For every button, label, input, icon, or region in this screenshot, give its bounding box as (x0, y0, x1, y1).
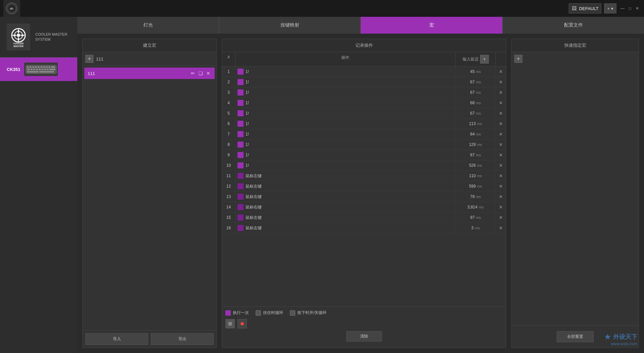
brand-area: COOLER MASTER COOLER MASTER SYSTEM (0, 17, 77, 57)
key-type-icon (238, 79, 244, 85)
delete-row-button[interactable]: ✕ (499, 142, 503, 147)
edit-macro-button[interactable]: ✏ (190, 70, 196, 76)
add-quick-button[interactable]: + (514, 55, 522, 63)
delete-row-button[interactable]: ✕ (499, 152, 503, 158)
cell-num: 11 (222, 171, 235, 181)
key-type-icon (238, 142, 244, 148)
cell-delete: ✕ (496, 160, 506, 170)
chevron-down-icon: ▾ (611, 6, 613, 11)
delete-row-button[interactable]: ✕ (499, 215, 503, 220)
option-toggle-loop[interactable]: 按下时开/关循环 (290, 310, 327, 316)
main-layout: COOLER MASTER COOLER MASTER SYSTEM CK351 (0, 17, 644, 353)
delay-value: 526 ms (469, 163, 482, 168)
delete-row-button[interactable]: ✕ (499, 194, 503, 199)
record-row: 9 1! 87 ms ✕ (222, 150, 506, 160)
svg-rect-18 (46, 66, 48, 68)
action-label: 1! (246, 132, 249, 136)
profile-image-icon: 🖼 (572, 6, 576, 11)
cell-num: 15 (222, 212, 235, 223)
record-dot-button[interactable] (238, 319, 247, 328)
record-stop-button[interactable] (225, 319, 235, 328)
delete-row-button[interactable]: ✕ (499, 204, 503, 210)
key-type-icon (238, 173, 244, 179)
tab-keymapping[interactable]: 按键映射 (219, 17, 361, 34)
import-button[interactable]: 导入 (85, 333, 148, 345)
device-item-ck351[interactable]: CK351 (0, 57, 77, 81)
cell-num: 2 (222, 77, 235, 87)
delete-row-button[interactable]: ✕ (499, 131, 503, 137)
delete-row-button[interactable]: ✕ (499, 100, 503, 106)
cell-delay: 68 ms (456, 98, 496, 108)
delete-row-button[interactable]: ✕ (499, 121, 503, 126)
macro-list: 111 ✏ ❑ ✕ (83, 66, 216, 330)
delete-row-button[interactable]: ✕ (499, 69, 503, 74)
clear-button[interactable]: 清除 (346, 331, 382, 342)
copy-macro-button[interactable]: ❑ (198, 70, 204, 76)
close-button[interactable]: ✕ (634, 5, 641, 12)
key-type-icon (238, 121, 244, 127)
delete-macro-button[interactable]: ✕ (205, 70, 211, 76)
cell-action: 鼠标左键 (235, 181, 456, 191)
option-once-label: 执行一次 (233, 310, 249, 316)
delete-row-button[interactable]: ✕ (499, 225, 503, 231)
option-hold-loop[interactable]: 挂住时循环 (256, 310, 283, 316)
record-row: 7 1! 84 ms ✕ (222, 129, 506, 140)
cell-num: 10 (222, 160, 235, 170)
delete-row-button[interactable]: ✕ (499, 173, 503, 179)
cell-action: 鼠标左键 (235, 223, 456, 233)
quick-assign-area (512, 66, 639, 325)
record-row: 12 鼠标左键 599 ms ✕ (222, 181, 506, 192)
delete-row-button[interactable]: ✕ (499, 79, 503, 85)
key-type-icon (238, 225, 244, 231)
action-label: 鼠标左键 (246, 225, 262, 231)
option-once[interactable]: 执行一次 (225, 310, 249, 316)
profile-add-button[interactable]: + ▾ (604, 3, 616, 13)
cell-delay: 87 ms (456, 150, 496, 160)
delay-dropdown[interactable]: ▾ (480, 55, 489, 64)
minimize-button[interactable]: — (619, 5, 626, 12)
quick-assign-toolbar: + (512, 52, 639, 66)
delete-row-button[interactable]: ✕ (499, 111, 503, 116)
record-row: 6 1! 113 ms ✕ (222, 119, 506, 129)
delete-row-button[interactable]: ✕ (499, 184, 503, 189)
watermark-top: ★ 外设天下 (604, 332, 637, 342)
svg-rect-29 (49, 69, 55, 70)
cell-delete: ✕ (496, 202, 506, 212)
delete-row-button[interactable]: ✕ (499, 163, 503, 168)
plus-icon: + (607, 6, 610, 11)
add-macro-button[interactable]: + (85, 55, 93, 63)
cell-action: 1! (235, 119, 456, 129)
svg-text:MASTER: MASTER (13, 45, 24, 47)
svg-rect-15 (38, 66, 40, 68)
macro-list-item[interactable]: 111 ✏ ❑ ✕ (84, 68, 215, 79)
tab-lighting[interactable]: 灯光 (77, 17, 219, 34)
profile-selector[interactable]: 🖼 DEFAULT (569, 3, 602, 13)
export-button[interactable]: 导出 (151, 333, 214, 345)
maximize-button[interactable]: □ (627, 5, 633, 12)
delay-number: 599 (469, 184, 476, 189)
cell-delete: ✕ (496, 98, 506, 108)
delay-value: 84 ms (470, 132, 481, 136)
record-row: 13 鼠标右键 78 ms ✕ (222, 192, 506, 202)
action-label: 1! (246, 121, 249, 126)
device-image (24, 63, 58, 76)
cell-delete: ✕ (496, 140, 506, 150)
macro-create-header: 建立宏 (83, 39, 216, 52)
cell-delay: 110 ms (456, 171, 496, 181)
delete-row-button[interactable]: ✕ (499, 90, 503, 95)
record-rows: 1 1! 45 ms ✕ 2 1! 67 ms ✕ 3 (222, 67, 506, 233)
tab-macro[interactable]: 宏 (361, 17, 503, 34)
macro-item-actions: ✏ ❑ ✕ (190, 70, 211, 76)
cell-delay: 3,814 ms (456, 202, 496, 212)
tab-profile[interactable]: 配置文件 (503, 17, 644, 34)
reset-all-button[interactable]: 全部重置 (557, 331, 594, 342)
stop-icon (228, 322, 232, 325)
content-area: 灯光 按键映射 宏 配置文件 建立宏 + 111 (77, 17, 644, 353)
delay-number: 3 (471, 226, 474, 230)
action-label: 1! (246, 153, 249, 157)
cell-action: 1! (235, 108, 456, 118)
titlebar-left: M+ (3, 0, 20, 17)
action-label: 1! (246, 101, 249, 105)
key-type-icon (238, 100, 244, 106)
delay-number: 67 (470, 111, 474, 116)
